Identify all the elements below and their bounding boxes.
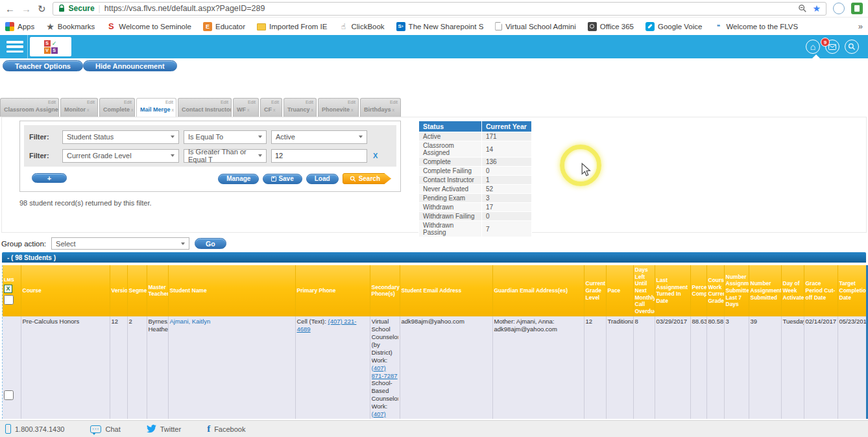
filter-value-input[interactable] [271,149,367,163]
tab-edit-link[interactable]: Edit [178,99,231,104]
bookmark-google-voice[interactable]: Google Voice [645,22,702,31]
messages-icon[interactable]: 9 [825,40,839,54]
educator-icon [203,22,212,31]
tab-cf[interactable]: EditCFx [260,98,282,117]
cell-current-grade: 12 [584,316,606,419]
tab-close-icon[interactable]: x [273,108,276,112]
extension-icon[interactable] [851,3,863,14]
cell-assignments-submitted: 39 [749,316,781,419]
col-master-teacher: Master Teacher [147,265,168,316]
bookmark-apps[interactable]: Apps [5,22,34,31]
bookmark-seminole[interactable]: Welcome to Seminole [106,22,191,31]
bookmark-office365[interactable]: Office 365 [588,22,634,31]
voice-extension-icon[interactable] [833,3,845,14]
search-button[interactable]: Search [343,173,391,184]
search-icon[interactable] [845,40,859,54]
footer-twitter-link[interactable]: Twitter [147,425,181,433]
filter-field-select[interactable]: Student Status [62,130,179,144]
tab-classroom-assigned[interactable]: EditClassroom Assignedx [0,98,59,117]
status-row: Active171 [419,132,531,141]
zoom-out-icon[interactable] [798,4,807,13]
vsa-logo[interactable] [30,37,71,56]
tab-close-icon[interactable]: x [172,108,175,112]
tab-edit-link[interactable]: Edit [361,99,400,104]
bookmark-bookmarks[interactable]: Bookmarks [46,22,95,31]
bookmarks-overflow-chevron[interactable]: » [858,21,863,31]
tab-close-icon[interactable]: x [131,108,134,112]
col-percent-complete: Percent Complete [690,265,706,316]
filter-value-select[interactable]: Active [271,130,367,144]
filter-operator-select[interactable]: Is Greater Than or Equal T [184,149,267,163]
student-name-link[interactable]: Ajmani, Kaitlyn [170,318,211,325]
tab-edit-link[interactable]: Edit [61,99,97,104]
group-action-select[interactable]: Select [51,237,189,250]
add-filter-button[interactable]: + [32,173,67,183]
students-section-header[interactable]: - ( 98 Students ) [2,252,866,263]
tab-edit-link[interactable]: Edit [284,99,316,104]
tab-edit-link[interactable]: Edit [137,99,176,104]
status-row: Complete136 [419,158,531,166]
tab-complete[interactable]: EditCompletex [99,98,135,117]
cell-guardian-email: Mother: Ajmani, Anna: adk98ajm@yahoo.com [492,316,584,419]
tab-close-icon[interactable]: x [351,108,354,112]
tab-mail-merge[interactable]: EditMail Mergex [136,98,176,117]
home-icon[interactable] [806,40,820,54]
tab-birthdays[interactable]: EditBirthdaysx [360,98,401,117]
tab-truancy[interactable]: EditTruancyx [283,98,317,117]
footer-phone: 1.800.374.1430 [5,424,64,434]
bookmark-vsa[interactable]: Virtual School Admini [495,22,575,30]
tab-phonevite[interactable]: EditPhonevitex [318,98,359,117]
tab-edit-link[interactable]: Edit [100,99,134,104]
dropdown-caret-icon [258,136,262,138]
tab-edit-link[interactable]: Edit [319,99,358,104]
tab-contact-instructor[interactable]: EditContact Instructorx [178,98,232,117]
manage-button[interactable]: Manage [218,174,259,184]
row-select-checkbox[interactable] [4,390,14,400]
tab-close-icon[interactable]: x [87,108,90,112]
secondary-phone-link[interactable]: (407) 871-7287 [372,364,398,379]
tab-wf[interactable]: EditWFx [233,98,259,117]
bookmark-flvs[interactable]: Welcome to the FLVS [714,22,798,31]
forward-icon[interactable] [21,4,31,14]
remove-filter-link[interactable]: X [373,152,378,159]
footer-facebook-link[interactable]: Facebook [207,423,245,434]
bookmark-star-icon[interactable] [812,3,821,14]
status-row: Contact Instructor1 [419,176,531,184]
dropdown-caret-icon [171,136,175,138]
excel-export-icon[interactable] [4,285,12,293]
go-button[interactable]: Go [195,238,226,249]
tab-close-icon[interactable]: x [311,108,314,112]
secondary-phone-link[interactable]: (407) 320- [372,410,386,419]
hide-announcement-button[interactable]: Hide Announcement [83,60,177,71]
tab-edit-link[interactable]: Edit [261,99,282,104]
reload-icon[interactable] [38,4,46,14]
teacher-options-button[interactable]: Teacher Options [3,60,83,71]
tab-monitor[interactable]: EditMonitorx [60,98,98,117]
filter-operator-select[interactable]: Is Equal To [184,130,267,144]
hamburger-menu-icon[interactable] [6,41,23,53]
url-text[interactable]: https://vsa.flvs.net/default.aspx?PageID… [104,4,795,13]
select-all-checkbox[interactable] [4,295,14,305]
tab-close-icon[interactable]: x [247,108,250,112]
bookmark-educator[interactable]: Educator [203,22,245,31]
bookmark-clickbook[interactable]: ClickBook [339,22,384,31]
cell-last-assignment: 03/29/2017 [655,316,690,419]
bookmark-imported-ie[interactable]: Imported From IE [257,22,327,30]
filter-field-select[interactable]: Current Grade Level [62,149,179,163]
col-days-left: Days Left Until Next Monthly Call Overdu… [633,265,655,316]
address-bar[interactable]: Secure | https://vsa.flvs.net/default.as… [53,2,826,16]
floppy-icon [271,176,276,182]
browser-toolbar: Secure | https://vsa.flvs.net/default.as… [0,0,868,18]
col-current-grade: Current Grade Level [584,265,606,316]
load-button[interactable]: Load [306,174,339,184]
save-button[interactable]: Save [263,174,302,184]
cell-checkbox [3,316,21,419]
tab-edit-link[interactable]: Edit [1,99,58,104]
tab-edit-link[interactable]: Edit [234,99,258,104]
bookmark-sharepoint[interactable]: The New Sharepoint S [396,22,484,31]
back-icon[interactable] [5,4,15,14]
footer-chat-link[interactable]: Chat [90,425,120,433]
dropdown-caret-icon [171,154,175,157]
tab-close-icon[interactable]: x [392,108,395,112]
status-row: Classroom Assigned14 [419,141,531,157]
